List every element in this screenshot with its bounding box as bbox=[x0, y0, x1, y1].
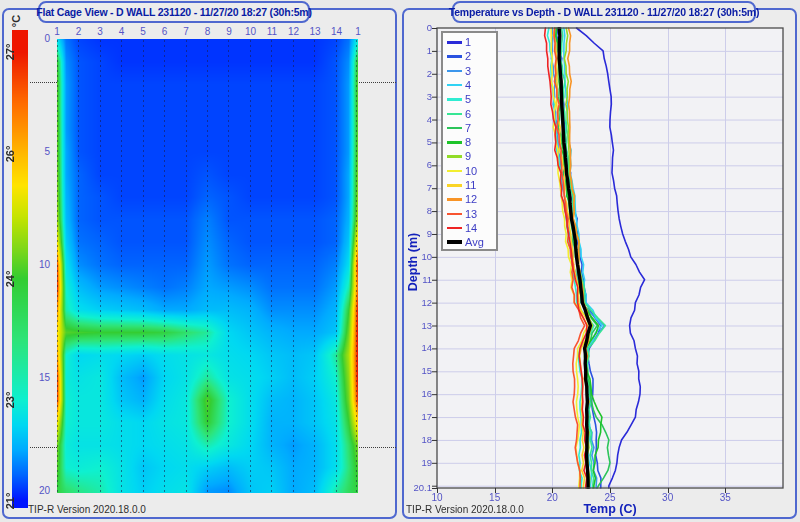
flat-cage-heatmap bbox=[57, 39, 358, 493]
legend-label: 14 bbox=[465, 222, 477, 234]
sensor-number-label: 8 bbox=[198, 26, 218, 37]
legend-entry-9: 9 bbox=[443, 149, 496, 163]
colorbar-tick-label: 23° bbox=[4, 385, 16, 415]
sensor-number-label: 5 bbox=[133, 26, 153, 37]
legend-label: 4 bbox=[465, 79, 471, 91]
legend-entry-8: 8 bbox=[443, 135, 496, 149]
legend-label: 1 bbox=[465, 36, 471, 48]
depth-tick-label: 1 bbox=[402, 46, 432, 56]
legend-label: 2 bbox=[465, 50, 471, 62]
depth-tick-label: 13 bbox=[402, 321, 432, 331]
flat-cage-view-title-bar[interactable]: Flat Cage View - D WALL 231120 - 11/27/2… bbox=[38, 1, 310, 23]
legend-entry-10: 10 bbox=[443, 164, 496, 178]
tipr-app-window: Flat Cage View - D WALL 231120 - 11/27/2… bbox=[0, 0, 800, 522]
heatmap-depth-label: 5 bbox=[28, 147, 50, 157]
temp-tick-label: 35 bbox=[710, 492, 740, 503]
legend-entry-avg: Avg bbox=[443, 235, 496, 249]
heatmap-depth-label: 15 bbox=[28, 373, 50, 383]
depth-tick-label: 5 bbox=[402, 137, 432, 147]
colorbar-tick-label: 24° bbox=[4, 264, 16, 294]
legend-entry-6: 6 bbox=[443, 107, 496, 121]
depth-tick-label: 8 bbox=[402, 206, 432, 216]
depth-tick-label: 4 bbox=[402, 115, 432, 125]
depth-tick-label: 3 bbox=[402, 92, 432, 102]
legend-swatch bbox=[447, 213, 462, 216]
sensor-number-label: 10 bbox=[241, 26, 261, 37]
legend-entry-1: 1 bbox=[443, 35, 496, 49]
sensor-number-label: 3 bbox=[90, 26, 110, 37]
sensor-number-label: 1 bbox=[348, 26, 368, 37]
legend-label: 12 bbox=[465, 193, 477, 205]
legend-swatch bbox=[447, 184, 462, 187]
depth-tick-label: 0 bbox=[402, 23, 432, 33]
depth-tick-label: 6 bbox=[402, 160, 432, 170]
depth-tick-label: 17 bbox=[402, 412, 432, 422]
legend-label: 13 bbox=[465, 208, 477, 220]
legend-entry-13: 13 bbox=[443, 207, 496, 221]
legend-entry-5: 5 bbox=[443, 92, 496, 106]
colorbar-tick-label: 26° bbox=[4, 139, 16, 169]
legend-entry-14: 14 bbox=[443, 221, 496, 235]
legend-swatch bbox=[447, 240, 462, 244]
depth-marker-line bbox=[30, 447, 57, 448]
sensor-number-label: 4 bbox=[112, 26, 132, 37]
legend-swatch bbox=[447, 70, 462, 73]
legend-swatch bbox=[447, 141, 462, 144]
legend-label: 7 bbox=[465, 122, 471, 134]
sensor-number-label: 6 bbox=[155, 26, 175, 37]
legend-label: 3 bbox=[465, 65, 471, 77]
legend-label: 6 bbox=[465, 108, 471, 120]
legend-swatch bbox=[447, 41, 462, 44]
legend-entry-3: 3 bbox=[443, 64, 496, 78]
legend-swatch bbox=[447, 113, 462, 116]
sensor-number-label: 2 bbox=[69, 26, 89, 37]
legend-entry-12: 12 bbox=[443, 192, 496, 206]
depth-marker-line bbox=[30, 82, 57, 83]
depth-tick-label: 18 bbox=[402, 435, 432, 445]
x-axis-title: Temp (C) bbox=[530, 502, 690, 516]
legend-swatch bbox=[447, 170, 462, 173]
depth-marker-line bbox=[359, 447, 396, 448]
temp-tick-label: 10 bbox=[422, 492, 452, 503]
depth-tick-label: 14 bbox=[402, 343, 432, 353]
legend-entry-2: 2 bbox=[443, 49, 496, 63]
sensor-number-label: 14 bbox=[327, 26, 347, 37]
sensor-number-label: 11 bbox=[262, 26, 282, 37]
legend-entry-11: 11 bbox=[443, 178, 496, 192]
legend-label: 8 bbox=[465, 136, 471, 148]
colorbar-tick-label: 21° bbox=[4, 486, 16, 516]
legend-swatch bbox=[447, 227, 462, 230]
sensor-number-label: 12 bbox=[284, 26, 304, 37]
legend-swatch bbox=[447, 155, 462, 158]
legend-swatch bbox=[447, 127, 462, 130]
sensor-number-label: 7 bbox=[176, 26, 196, 37]
depth-tick-label: 7 bbox=[402, 183, 432, 193]
legend-label: 9 bbox=[465, 150, 471, 162]
legend-label: 5 bbox=[465, 93, 471, 105]
colorbar-tick-label: 27° bbox=[4, 37, 16, 67]
sensor-number-label: 13 bbox=[305, 26, 325, 37]
legend-entry-7: 7 bbox=[443, 121, 496, 135]
version-text-right: TIP-R Version 2020.18.0.0 bbox=[406, 504, 524, 515]
depth-tick-label: 16 bbox=[402, 389, 432, 399]
legend-swatch bbox=[447, 55, 462, 58]
legend-entry-4: 4 bbox=[443, 78, 496, 92]
legend-label: 10 bbox=[465, 165, 477, 177]
sensor-number-label: 9 bbox=[219, 26, 239, 37]
legend-swatch bbox=[447, 98, 462, 101]
temp-vs-depth-title: Temperature vs Depth - D WALL 231120 - 1… bbox=[449, 6, 760, 18]
temp-tick-label: 15 bbox=[480, 492, 510, 503]
depth-marker-line bbox=[359, 82, 396, 83]
legend-label: Avg bbox=[465, 236, 484, 248]
flat-cage-view-title: Flat Cage View - D WALL 231120 - 11/27/2… bbox=[36, 6, 312, 18]
heatmap-depth-label: 10 bbox=[28, 260, 50, 270]
depth-tick-label: 15 bbox=[402, 366, 432, 376]
depth-tick-label: 2 bbox=[402, 69, 432, 79]
legend-swatch bbox=[447, 198, 462, 201]
temp-vs-depth-title-bar[interactable]: Temperature vs Depth - D WALL 231120 - 1… bbox=[452, 1, 756, 23]
legend-label: 11 bbox=[465, 179, 476, 191]
sensor-number-label: 1 bbox=[47, 26, 67, 37]
series-legend: 1234567891011121314Avg bbox=[441, 31, 498, 251]
heatmap-depth-label: 0 bbox=[28, 34, 50, 44]
y-axis-title: Depth (m) bbox=[406, 217, 420, 307]
